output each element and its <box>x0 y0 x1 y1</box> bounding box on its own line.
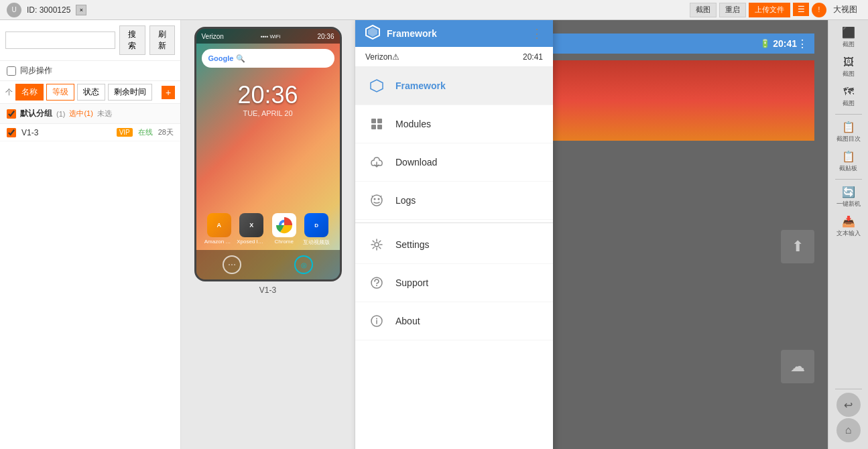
filter-tab-level[interactable]: 等级 <box>46 84 74 101</box>
filter-tab-name[interactable]: 名称 <box>15 84 44 101</box>
about-label: About <box>395 316 420 326</box>
device-vip-tag: VIP <box>117 128 133 137</box>
notification-icon: ! <box>812 3 826 17</box>
back-btn[interactable]: ↩ <box>836 393 861 417</box>
win-close-btn[interactable]: × <box>76 5 86 15</box>
toolbar-image-btn[interactable]: 🖼 截图 <box>832 53 865 81</box>
upload-file-btn[interactable]: 上传文件 <box>749 3 790 17</box>
center-area: Verizon ▪▪▪▪ WiFi 20:36 Google 🔍 20:36 T… <box>181 20 828 449</box>
menu-carrier: Verizon <box>365 52 392 62</box>
restart-btn[interactable]: 重启 <box>719 3 746 17</box>
textinput-icon: 📥 <box>842 215 855 228</box>
menu-dots[interactable]: ⋮ <box>531 26 543 41</box>
home-btn[interactable]: ⌂ <box>836 418 861 442</box>
svg-rect-5 <box>371 119 376 123</box>
menu-item-about[interactable]: About <box>355 302 553 340</box>
top-bar: U ID: 3000125 × 截图 重启 上传文件 ☰ ! 大视图 <box>0 0 868 20</box>
toolbar-sticker-btn[interactable]: 📋 截贴板 <box>832 147 865 176</box>
top-right-icons: 🔋 20:41 <box>760 38 797 49</box>
framework-label: Framework <box>395 80 446 91</box>
phone-apps: A Amazon St... X Xposed Ins... <box>196 213 340 246</box>
upload-btn-2[interactable]: ☁ <box>781 350 814 383</box>
sync-checkbox[interactable] <box>7 66 16 76</box>
phone-carrier: Verizon <box>202 33 224 40</box>
upload-btn-1[interactable]: ⬆ <box>781 230 814 263</box>
svg-marker-3 <box>368 27 377 37</box>
download-cloud-icon <box>369 154 385 170</box>
menu-item-framework[interactable]: Framework <box>355 67 553 105</box>
device-row: V1-3 VIP 在线 28天 <box>0 124 180 141</box>
sticker-label: 截贴板 <box>839 164 857 173</box>
toolbar-map-btn[interactable]: 🗺 截图 <box>832 82 865 111</box>
device-checkbox[interactable] <box>7 128 16 137</box>
phone-apps-btn[interactable]: ⋯ <box>223 255 241 274</box>
menu-header-icon-wrap <box>365 25 380 42</box>
dou-label: 互动视频版 <box>302 239 331 246</box>
phone-screen: Verizon ▪▪▪▪ WiFi 20:36 Google 🔍 20:36 T… <box>196 29 340 279</box>
app-amazon[interactable]: A Amazon St... <box>204 213 234 246</box>
filter-tabs: 个 名称 等级 状态 剩余时间 + <box>0 81 180 104</box>
textinput-label: 文本输入 <box>836 229 861 238</box>
toolbar-divider-1 <box>835 114 862 115</box>
toolbar-textinput-btn[interactable]: 📥 文本输入 <box>832 212 865 241</box>
three-dots-menu[interactable]: ⋮ <box>797 38 808 50</box>
dou-icon: D <box>304 213 328 237</box>
about-icon <box>369 313 385 329</box>
menu-item-settings[interactable]: Settings <box>355 226 553 264</box>
svg-line-12 <box>372 196 373 197</box>
chrome-icon <box>272 213 296 237</box>
menu-item-modules[interactable]: Modules <box>355 105 553 143</box>
svg-point-16 <box>376 285 377 286</box>
device-status: 在线 <box>138 127 153 137</box>
phone-date: TUE, APRIL 20 <box>196 109 340 117</box>
phone-google-bar[interactable]: Google 🔍 <box>202 49 334 68</box>
menu-item-logs[interactable]: Logs <box>355 182 553 220</box>
group-header: 默认分组 (1) 选中(1) 未选 <box>0 104 180 124</box>
toolbar-newdevice-btn[interactable]: 🔄 一键新机 <box>832 183 865 211</box>
filter-tab-time[interactable]: 剩余时间 <box>108 84 152 101</box>
big-view-btn[interactable]: 大视图 <box>829 3 861 17</box>
svg-point-10 <box>374 198 376 200</box>
phone-time: 20:36 <box>317 33 334 40</box>
sync-bar: 同步操作 <box>0 61 180 81</box>
app-xposed[interactable]: X Xposed Ins... <box>237 213 266 246</box>
support-label: Support <box>395 277 428 288</box>
menu-icon[interactable]: ☰ <box>793 3 809 16</box>
toolbar-clipboard-btn[interactable]: 📋 截图目次 <box>832 118 865 146</box>
battery-icon: 🔋 <box>760 39 770 48</box>
group-checkbox[interactable] <box>7 109 16 119</box>
device-days: 28天 <box>158 127 174 137</box>
phone-status-bar: Verizon ▪▪▪▪ WiFi 20:36 <box>196 29 340 44</box>
filter-tab-status[interactable]: 状态 <box>77 84 105 101</box>
app-chrome[interactable]: Chrome <box>269 213 299 246</box>
add-device-btn[interactable]: + <box>162 86 175 99</box>
amazon-label: Amazon St... <box>204 239 234 245</box>
refresh-btn[interactable]: 刷新 <box>149 25 176 55</box>
framework-icon <box>369 78 385 94</box>
menu-item-download[interactable]: Download <box>355 143 553 182</box>
download-label: Download <box>395 157 437 168</box>
search-btn[interactable]: 搜索 <box>119 25 145 55</box>
newdevice-label: 一键新机 <box>836 200 861 208</box>
xposed-label: Xposed Ins... <box>237 239 266 245</box>
clipboard-label: 截图目次 <box>836 135 861 143</box>
toolbar-divider-3 <box>835 389 862 389</box>
left-sidebar: 搜索 刷新 同步操作 个 名称 等级 状态 剩余时间 + 默认分组 (1) 选中… <box>0 20 181 449</box>
phone-wrapper: Verizon ▪▪▪▪ WiFi 20:36 Google 🔍 20:36 T… <box>181 20 355 449</box>
svg-point-11 <box>378 198 380 200</box>
logs-label: Logs <box>395 195 416 206</box>
svg-point-19 <box>376 318 377 320</box>
phone-time-display: 20:36 <box>196 81 340 109</box>
group-selected: 选中(1) <box>69 109 92 119</box>
phone-settings-btn[interactable]: ◎ <box>294 255 313 274</box>
menu-item-support[interactable]: Support <box>355 264 553 302</box>
app-dou[interactable]: D 互动视频版 <box>302 213 331 246</box>
screenshot-btn[interactable]: 截图 <box>690 3 717 17</box>
search-input[interactable] <box>5 31 115 49</box>
settings-label: Settings <box>395 239 430 250</box>
user-id: ID: 3000125 <box>27 5 70 15</box>
toolbar-divider-2 <box>835 179 862 180</box>
phone-clock: 20:36 TUE, APRIL 20 <box>196 81 340 117</box>
menu-header: Framework ⋮ <box>355 20 553 47</box>
toolbar-screenshot-btn[interactable]: ⬛ 截图 <box>832 23 865 52</box>
